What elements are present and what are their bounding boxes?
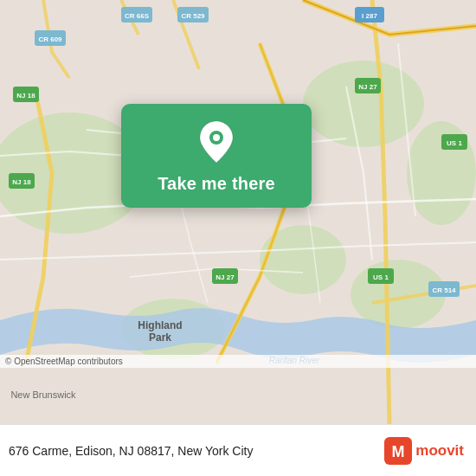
moovit-logo[interactable]: M moovit [384, 437, 464, 465]
svg-text:M: M [392, 443, 405, 460]
svg-text:I 287: I 287 [362, 12, 377, 20]
svg-point-2 [303, 61, 424, 147]
moovit-logo-icon: M [384, 437, 412, 465]
moovit-logo-text: moovit [415, 442, 464, 460]
svg-text:CR 514: CR 514 [432, 286, 456, 294]
svg-text:US 1: US 1 [373, 273, 389, 281]
svg-text:CR 529: CR 529 [181, 12, 205, 20]
svg-text:New Brunswick: New Brunswick [10, 389, 76, 400]
take-me-there-label: Take me there [158, 173, 275, 194]
location-pin-icon [197, 119, 235, 164]
svg-text:NJ 18: NJ 18 [16, 92, 35, 100]
svg-text:CR 66S: CR 66S [125, 12, 150, 20]
address-text: 676 Carme, Edison, NJ 08817, New York Ci… [9, 444, 384, 458]
svg-text:NJ 18: NJ 18 [12, 178, 31, 186]
svg-text:NJ 27: NJ 27 [358, 83, 377, 91]
svg-text:NJ 27: NJ 27 [215, 273, 235, 281]
bottom-bar: 676 Carme, Edison, NJ 08817, New York Ci… [0, 424, 476, 476]
svg-text:Park: Park [149, 331, 171, 344]
svg-text:US 1: US 1 [447, 139, 462, 147]
svg-point-36 [213, 134, 220, 141]
svg-text:CR 609: CR 609 [38, 35, 62, 43]
map-container: CR 66S CR 529 I 287 CR 609 NJ 18 NJ 18 N… [0, 0, 476, 424]
map-attribution: © OpenStreetMap contributors [0, 355, 476, 368]
take-me-there-card[interactable]: Take me there [121, 104, 312, 208]
svg-text:Highland: Highland [138, 319, 182, 331]
